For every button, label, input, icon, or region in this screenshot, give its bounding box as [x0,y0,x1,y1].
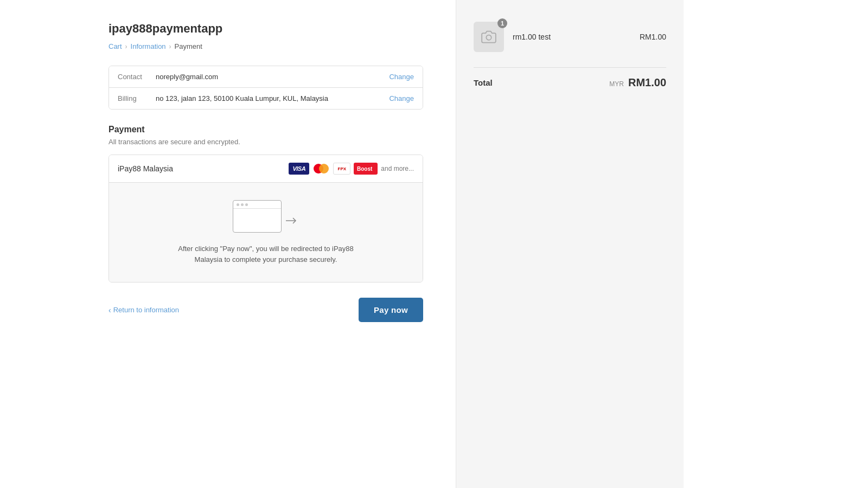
store-title: ipay888paymentapp [108,22,423,36]
order-item: 1 rm1.00 test RM1.00 [474,22,666,52]
browser-window-icon [233,200,282,233]
info-table: Contact noreply@gmail.com Change Billing… [108,66,423,110]
fpx-icon: FPX [333,163,350,175]
contact-row: Contact noreply@gmail.com Change [109,66,423,87]
svg-point-2 [486,35,491,40]
payment-box: iPay88 Malaysia VISA FPX Boost and more.… [108,155,423,282]
item-price: RM1.00 [640,33,666,41]
payment-method-name: iPay88 Malaysia [118,164,173,173]
breadcrumb-payment: Payment [175,42,202,50]
return-to-information-link[interactable]: ‹ Return to information [108,306,179,314]
left-panel: ipay888paymentapp Cart › Information › P… [0,0,456,488]
back-arrow-icon: ‹ [108,306,111,314]
total-right: MYR RM1.00 [609,76,666,89]
redirect-arrow-icon [284,200,299,233]
payment-icons: VISA FPX Boost and more... [289,163,414,175]
item-details: rm1.00 test [513,33,631,41]
breadcrumb-sep1: › [125,43,127,50]
right-panel: 1 rm1.00 test RM1.00 Total MYR RM1.00 [456,0,684,488]
boost-icon: Boost [354,163,378,175]
billing-change-link[interactable]: Change [389,94,414,102]
payment-content: After clicking "Pay now", you will be re… [109,183,423,282]
order-total: Total MYR RM1.00 [474,67,666,89]
contact-change-link[interactable]: Change [389,73,414,81]
billing-row: Billing no 123, jalan 123, 50100 Kuala L… [109,87,423,109]
breadcrumb-cart[interactable]: Cart [108,42,122,50]
svg-text:Boost: Boost [357,166,373,172]
contact-value: noreply@gmail.com [156,73,389,81]
pay-now-button[interactable]: Pay now [359,298,423,322]
and-more-text: and more... [381,165,414,172]
redirect-illustration [233,200,299,233]
total-label: Total [474,78,493,87]
contact-label: Contact [118,73,156,81]
camera-icon [481,29,496,44]
billing-value: no 123, jalan 123, 50100 Kuala Lumpur, K… [156,94,389,102]
mastercard-icon [312,163,330,175]
payment-header: iPay88 Malaysia VISA FPX Boost and more.… [109,155,423,183]
total-amount: RM1.00 [628,76,666,89]
bottom-actions: ‹ Return to information Pay now [108,298,423,322]
breadcrumb-sep2: › [169,43,171,50]
item-quantity-badge: 1 [497,18,507,28]
visa-icon: VISA [289,163,309,175]
billing-label: Billing [118,94,156,102]
redirect-text: After clicking "Pay now", you will be re… [178,243,354,265]
breadcrumb-information[interactable]: Information [131,42,166,50]
currency-label: MYR [609,80,624,88]
payment-title: Payment [108,125,423,134]
breadcrumb: Cart › Information › Payment [108,42,423,50]
item-name: rm1.00 test [513,33,551,41]
payment-subtitle: All transactions are secure and encrypte… [108,138,423,146]
item-image-wrapper: 1 [474,22,504,52]
